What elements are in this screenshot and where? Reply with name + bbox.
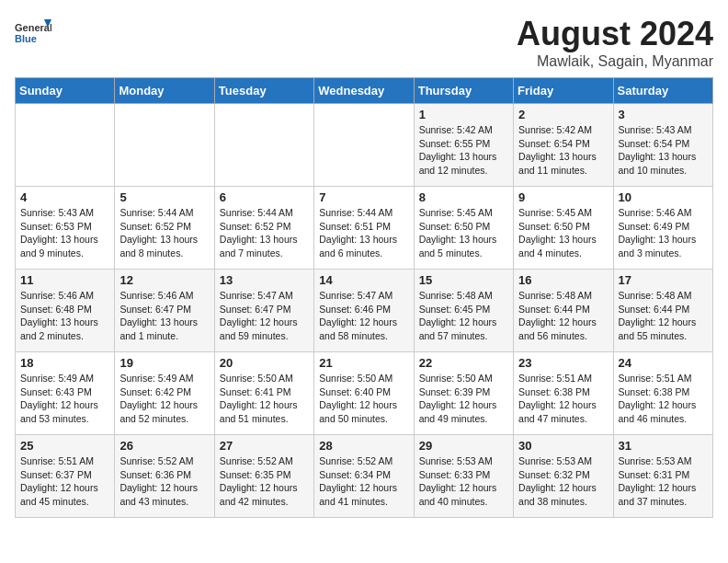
cell-content: Sunrise: 5:48 AM Sunset: 6:45 PM Dayligh… [419, 289, 508, 343]
cell-content: Sunrise: 5:48 AM Sunset: 6:44 PM Dayligh… [619, 289, 708, 343]
calendar-cell: 11Sunrise: 5:46 AM Sunset: 6:48 PM Dayli… [16, 270, 115, 352]
day-number: 5 [119, 190, 209, 204]
calendar-cell: 15Sunrise: 5:48 AM Sunset: 6:45 PM Dayli… [414, 270, 513, 352]
cell-content: Sunrise: 5:46 AM Sunset: 6:49 PM Dayligh… [619, 206, 708, 260]
day-number: 4 [20, 190, 109, 204]
svg-text:General: General [15, 22, 51, 33]
calendar-cell: 2Sunrise: 5:42 AM Sunset: 6:54 PM Daylig… [514, 104, 613, 187]
page-header: General Blue August 2024 Mawlaik, Sagain… [15, 15, 713, 70]
cell-content: Sunrise: 5:51 AM Sunset: 6:37 PM Dayligh… [20, 454, 109, 509]
cell-content: Sunrise: 5:51 AM Sunset: 6:38 PM Dayligh… [518, 372, 608, 426]
day-number: 7 [319, 190, 408, 204]
calendar-cell: 22Sunrise: 5:50 AM Sunset: 6:39 PM Dayli… [414, 352, 513, 435]
calendar-cell: 6Sunrise: 5:44 AM Sunset: 6:52 PM Daylig… [214, 187, 313, 270]
cell-content: Sunrise: 5:42 AM Sunset: 6:54 PM Dayligh… [518, 123, 608, 178]
calendar-header-row: SundayMondayTuesdayWednesdayThursdayFrid… [16, 78, 713, 104]
day-number: 8 [419, 190, 508, 204]
day-number: 10 [619, 190, 708, 204]
calendar-cell: 8Sunrise: 5:45 AM Sunset: 6:50 PM Daylig… [414, 187, 513, 270]
calendar-cell: 3Sunrise: 5:43 AM Sunset: 6:54 PM Daylig… [613, 104, 712, 187]
cell-content: Sunrise: 5:50 AM Sunset: 6:41 PM Dayligh… [220, 372, 309, 426]
calendar-week-row: 25Sunrise: 5:51 AM Sunset: 6:37 PM Dayli… [16, 435, 713, 518]
day-number: 30 [518, 439, 608, 453]
cell-content: Sunrise: 5:44 AM Sunset: 6:51 PM Dayligh… [319, 206, 408, 260]
day-number: 19 [119, 356, 209, 370]
cell-content: Sunrise: 5:53 AM Sunset: 6:32 PM Dayligh… [518, 454, 608, 509]
day-of-week-header: Saturday [613, 78, 712, 104]
calendar-cell: 17Sunrise: 5:48 AM Sunset: 6:44 PM Dayli… [613, 270, 712, 352]
calendar-week-row: 4Sunrise: 5:43 AM Sunset: 6:53 PM Daylig… [16, 187, 713, 270]
day-number: 31 [619, 439, 708, 453]
calendar-cell [314, 104, 414, 187]
calendar-cell: 9Sunrise: 5:45 AM Sunset: 6:50 PM Daylig… [514, 187, 613, 270]
day-number: 16 [518, 273, 608, 287]
cell-content: Sunrise: 5:46 AM Sunset: 6:47 PM Dayligh… [119, 289, 209, 343]
calendar-cell: 5Sunrise: 5:44 AM Sunset: 6:52 PM Daylig… [115, 187, 214, 270]
calendar-cell: 12Sunrise: 5:46 AM Sunset: 6:47 PM Dayli… [115, 270, 214, 352]
cell-content: Sunrise: 5:43 AM Sunset: 6:54 PM Dayligh… [619, 123, 708, 178]
calendar-cell [16, 104, 115, 187]
day-number: 11 [20, 273, 109, 287]
calendar-cell: 27Sunrise: 5:52 AM Sunset: 6:35 PM Dayli… [214, 435, 313, 518]
calendar-week-row: 11Sunrise: 5:46 AM Sunset: 6:48 PM Dayli… [16, 270, 713, 352]
cell-content: Sunrise: 5:52 AM Sunset: 6:34 PM Dayligh… [319, 454, 408, 509]
calendar-cell: 14Sunrise: 5:47 AM Sunset: 6:46 PM Dayli… [314, 270, 414, 352]
cell-content: Sunrise: 5:47 AM Sunset: 6:46 PM Dayligh… [319, 289, 408, 343]
day-number: 26 [119, 439, 209, 453]
cell-content: Sunrise: 5:45 AM Sunset: 6:50 PM Dayligh… [419, 206, 508, 260]
calendar-cell: 10Sunrise: 5:46 AM Sunset: 6:49 PM Dayli… [613, 187, 712, 270]
cell-content: Sunrise: 5:45 AM Sunset: 6:50 PM Dayligh… [518, 206, 608, 260]
calendar-cell: 20Sunrise: 5:50 AM Sunset: 6:41 PM Dayli… [214, 352, 313, 435]
cell-content: Sunrise: 5:52 AM Sunset: 6:36 PM Dayligh… [119, 454, 209, 509]
calendar-cell: 25Sunrise: 5:51 AM Sunset: 6:37 PM Dayli… [16, 435, 115, 518]
cell-content: Sunrise: 5:42 AM Sunset: 6:55 PM Dayligh… [419, 123, 508, 178]
day-number: 29 [419, 439, 508, 453]
day-number: 27 [220, 439, 309, 453]
day-number: 21 [319, 356, 408, 370]
cell-content: Sunrise: 5:50 AM Sunset: 6:39 PM Dayligh… [419, 372, 508, 426]
calendar-week-row: 1Sunrise: 5:42 AM Sunset: 6:55 PM Daylig… [16, 104, 713, 187]
calendar-cell: 19Sunrise: 5:49 AM Sunset: 6:42 PM Dayli… [115, 352, 214, 435]
day-number: 6 [220, 190, 309, 204]
day-number: 14 [319, 273, 408, 287]
calendar-cell [214, 104, 313, 187]
cell-content: Sunrise: 5:52 AM Sunset: 6:35 PM Dayligh… [220, 454, 309, 509]
calendar-cell: 1Sunrise: 5:42 AM Sunset: 6:55 PM Daylig… [414, 104, 513, 187]
day-of-week-header: Tuesday [214, 78, 313, 104]
day-number: 15 [419, 273, 508, 287]
calendar-table: SundayMondayTuesdayWednesdayThursdayFrid… [15, 77, 713, 518]
calendar-cell: 4Sunrise: 5:43 AM Sunset: 6:53 PM Daylig… [16, 187, 115, 270]
calendar-cell: 26Sunrise: 5:52 AM Sunset: 6:36 PM Dayli… [115, 435, 214, 518]
cell-content: Sunrise: 5:47 AM Sunset: 6:47 PM Dayligh… [220, 289, 309, 343]
calendar-cell: 29Sunrise: 5:53 AM Sunset: 6:33 PM Dayli… [414, 435, 513, 518]
calendar-week-row: 18Sunrise: 5:49 AM Sunset: 6:43 PM Dayli… [16, 352, 713, 435]
cell-content: Sunrise: 5:46 AM Sunset: 6:48 PM Dayligh… [20, 289, 109, 343]
cell-content: Sunrise: 5:44 AM Sunset: 6:52 PM Dayligh… [220, 206, 309, 260]
day-number: 3 [619, 108, 708, 121]
cell-content: Sunrise: 5:49 AM Sunset: 6:42 PM Dayligh… [119, 372, 209, 426]
calendar-cell: 24Sunrise: 5:51 AM Sunset: 6:38 PM Dayli… [613, 352, 712, 435]
cell-content: Sunrise: 5:44 AM Sunset: 6:52 PM Dayligh… [119, 206, 209, 260]
day-number: 2 [518, 108, 608, 121]
cell-content: Sunrise: 5:48 AM Sunset: 6:44 PM Dayligh… [518, 289, 608, 343]
day-number: 1 [419, 108, 508, 121]
day-number: 25 [20, 439, 109, 453]
day-of-week-header: Friday [514, 78, 613, 104]
cell-content: Sunrise: 5:43 AM Sunset: 6:53 PM Dayligh… [20, 206, 109, 260]
calendar-cell: 23Sunrise: 5:51 AM Sunset: 6:38 PM Dayli… [514, 352, 613, 435]
calendar-cell: 13Sunrise: 5:47 AM Sunset: 6:47 PM Dayli… [214, 270, 313, 352]
day-number: 24 [619, 356, 708, 370]
calendar-cell [115, 104, 214, 187]
calendar-cell: 28Sunrise: 5:52 AM Sunset: 6:34 PM Dayli… [314, 435, 414, 518]
day-of-week-header: Monday [115, 78, 214, 104]
cell-content: Sunrise: 5:51 AM Sunset: 6:38 PM Dayligh… [619, 372, 708, 426]
day-number: 28 [319, 439, 408, 453]
day-number: 23 [518, 356, 608, 370]
day-of-week-header: Sunday [16, 78, 115, 104]
calendar-cell: 7Sunrise: 5:44 AM Sunset: 6:51 PM Daylig… [314, 187, 414, 270]
day-number: 18 [20, 356, 109, 370]
calendar-cell: 31Sunrise: 5:53 AM Sunset: 6:31 PM Dayli… [613, 435, 712, 518]
day-of-week-header: Wednesday [314, 78, 414, 104]
day-number: 9 [518, 190, 608, 204]
cell-content: Sunrise: 5:50 AM Sunset: 6:40 PM Dayligh… [319, 372, 408, 426]
